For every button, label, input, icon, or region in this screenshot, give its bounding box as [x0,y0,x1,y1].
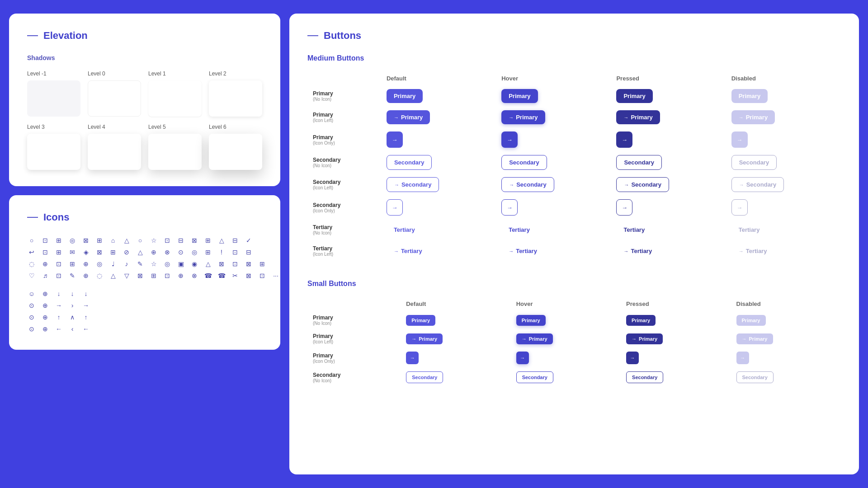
bell-icon: △ [122,236,131,245]
chat2-icon: ⊠ [95,248,104,257]
tertiary-icon-pressed-button[interactable]: → Tertiary [616,244,659,258]
primary-default-button[interactable]: Primary [387,89,423,103]
primary-icononly-pressed-button[interactable]: → [616,131,632,148]
tertiary-icon-default-button[interactable]: → Tertiary [387,244,429,258]
btn-cell-hover: Secondary [511,368,621,387]
check2-icon: △ [108,271,118,280]
sm-primary-pressed-button[interactable]: Primary [626,315,656,326]
sm-primary-hover-button[interactable]: Primary [516,315,546,326]
flag-icon: △ [136,248,145,257]
row-sublabel: (No Icon) [313,163,376,168]
primary-hover-button[interactable]: Primary [501,89,538,103]
small-buttons-table: Default Hover Pressed Disabled Primary(N… [307,297,841,387]
btn-cell-default: → [401,348,510,368]
arrow-icon: → [739,115,744,120]
row-label: Secondary(No Icon) [307,368,401,387]
sm-primary-icon-hover-button[interactable]: → Primary [516,333,553,344]
clock-icon: ◎ [95,259,104,268]
btn-cell-default: → Primary [401,329,510,348]
title-line [27,35,38,36]
secondary-default-button[interactable]: Secondary [387,155,432,170]
btn-cell-default: Primary [381,85,496,107]
sm-secondary-default-button[interactable]: Secondary [406,371,443,383]
elevation-item: Level 4 [88,124,141,170]
primary-icononly-disabled-button: → [731,131,748,148]
row-sublabel: (Icon Left) [313,185,376,190]
elevation-card: Elevation Shadows Level -1 Level 0 Level… [9,14,280,186]
tertiary-pressed-button[interactable]: Tertiary [616,223,652,237]
btn-cell-hover: Primary [511,311,621,329]
circle-plus3-icon: ⊕ [41,313,50,322]
btn-cell-pressed: → [611,128,726,151]
row-sublabel: (No Icon) [313,97,376,102]
btn-cell-hover: → [496,128,611,151]
btn-cell-hover: Tertiary [496,219,611,240]
lock2-icon: ⊠ [244,271,253,280]
icons-row: ⊙ ⊕ ← ‹ ← [27,324,262,333]
chevron-up-icon: ∧ [68,313,77,322]
elevation-box-0 [88,80,141,117]
tertiary-default-button[interactable]: Tertiary [387,223,422,237]
home-icon: ⌂ [108,236,118,245]
sm-primary-icon-disabled-button: → Primary [736,333,773,344]
mail-icon: ✉ [68,248,77,257]
grid-icon: ⊠ [81,236,90,245]
sm-primary-icon-default-button[interactable]: → Primary [406,333,443,344]
secondary-pressed-button[interactable]: Secondary [616,155,661,170]
secondary-icononly-default-button[interactable]: → [387,199,403,216]
primary-pressed-button[interactable]: Primary [616,89,652,103]
arrow-icon: → [520,355,525,361]
user-icon: ◉ [190,259,199,268]
arrow-icon: → [509,182,514,188]
circle-stop-icon: ⊙ [27,324,36,333]
secondary-icon-pressed-button[interactable]: → Secondary [616,177,669,192]
primary-icon-default-button[interactable]: → Primary [387,110,430,124]
sm-primary-icononly-hover-button[interactable]: → [516,352,529,364]
btn-cell-default: Tertiary [381,219,496,240]
secondary-hover-button[interactable]: Secondary [501,155,547,170]
sm-primary-icononly-pressed-button[interactable]: → [626,352,639,364]
primary-icon-hover-button[interactable]: → Primary [501,110,545,124]
primary-icon-pressed-button[interactable]: → Primary [616,110,660,124]
tertiary-hover-button[interactable]: Tertiary [501,223,537,237]
btn-cell-pressed: Primary [621,311,731,329]
secondary-icon-hover-button[interactable]: → Secondary [501,177,554,192]
sm-primary-icononly-default-button[interactable]: → [406,352,419,364]
arrow-icon: → [392,204,397,211]
filter-icon: ▽ [122,271,131,280]
primary-icononly-default-button[interactable]: → [387,131,403,148]
col-header-default: Default [381,71,496,85]
row-sublabel: (Icon Left) [313,252,376,257]
sm-primary-icon-pressed-button[interactable]: → Primary [626,333,663,344]
primary-icononly-hover-button[interactable]: → [501,131,518,148]
smile-icon: ○ [136,236,145,245]
arrow-icon: → [522,336,527,342]
btn-cell-hover: → [496,196,611,219]
sm-primary-default-button[interactable]: Primary [406,315,435,326]
arrow-icon: → [623,249,628,254]
secondary-icon-default-button[interactable]: → Secondary [387,177,439,192]
undo-icon: ↩ [27,248,36,257]
chevron-down-icon: ↓ [68,289,77,298]
sm-secondary-hover-button[interactable]: Secondary [516,371,553,383]
btn-cell-default: Secondary [401,368,510,387]
icons-title-row: Icons [27,211,262,223]
doc4-icon: ⊞ [203,236,212,245]
row-label: Primary(Icon Only) [307,128,381,151]
table-row: Secondary(Icon Left) → Secondary → Secon… [307,174,841,196]
btn-cell-default: → Primary [381,107,496,128]
arrow-down-icon: ↓ [54,289,63,298]
secondary-icononly-pressed-button[interactable]: → [616,199,632,216]
elevation-level-label: Level 3 [27,124,80,130]
sm-secondary-pressed-button[interactable]: Secondary [626,371,663,383]
arrow-icon: → [509,249,514,254]
tertiary-icon-hover-button[interactable]: → Tertiary [501,244,544,258]
elevation-box-2 [209,80,262,117]
arrow-icon: → [623,115,628,120]
secondary-icononly-hover-button[interactable]: → [501,199,518,216]
table-row: Primary(Icon Left) → Primary → Primary →… [307,329,841,348]
icons-card: Icons ○ ⊡ ⊞ ◎ ⊠ ⊞ ⌂ △ ○ ☆ ⊡ ⊟ ⊠ ⊞ △ ⊟ ✓ [9,195,280,350]
sm-primary-icononly-disabled-button: → [736,352,749,364]
shield-icon: △ [217,236,226,245]
buttons-title: Buttons [324,30,361,42]
